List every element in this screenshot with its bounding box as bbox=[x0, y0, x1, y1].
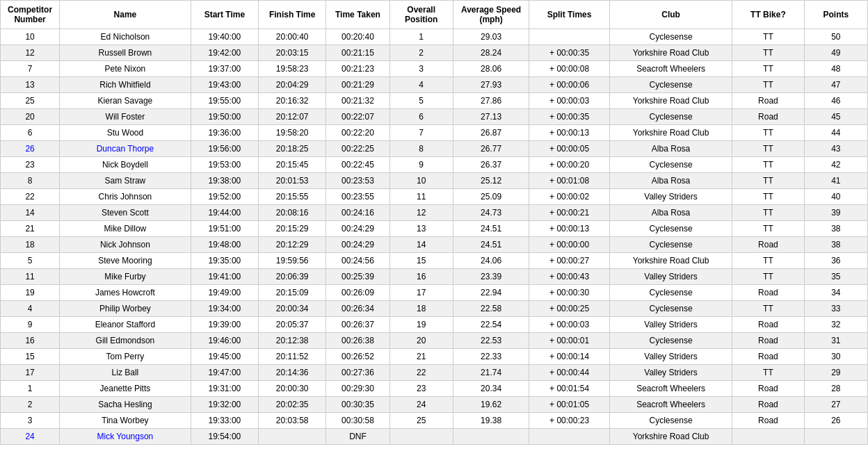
cell-points: 35 bbox=[804, 269, 867, 285]
cell-speed: 26.77 bbox=[453, 141, 529, 157]
cell-club: Yorkshire Road Club bbox=[609, 125, 732, 141]
cell-position: 12 bbox=[389, 205, 453, 221]
cell-finish-time: 20:15:09 bbox=[259, 285, 326, 301]
cell-start-time: 19:53:00 bbox=[191, 157, 258, 173]
cell-competitor-number: 4 bbox=[1, 301, 60, 317]
cell-competitor-number: 10 bbox=[1, 29, 60, 45]
cell-time-taken: DNF bbox=[326, 429, 389, 445]
cell-split: + 00:00:13 bbox=[529, 221, 610, 237]
cell-start-time: 19:51:00 bbox=[191, 221, 258, 237]
cell-tt-bike: Road bbox=[732, 317, 804, 333]
cell-name: Steve Mooring bbox=[60, 253, 191, 269]
cell-competitor-number: 9 bbox=[1, 317, 60, 333]
cell-club: Seacroft Wheelers bbox=[609, 397, 732, 413]
cell-points: 39 bbox=[804, 205, 867, 221]
cell-split bbox=[529, 429, 610, 445]
cell-start-time: 19:41:00 bbox=[191, 269, 258, 285]
cell-time-taken: 00:26:38 bbox=[326, 333, 389, 349]
cell-tt-bike: TT bbox=[732, 45, 804, 61]
cell-time-taken: 00:26:52 bbox=[326, 349, 389, 365]
cell-finish-time: 20:00:30 bbox=[259, 381, 326, 397]
cell-finish-time: 20:02:35 bbox=[259, 397, 326, 413]
cell-tt-bike: Road bbox=[732, 413, 804, 429]
cell-time-taken: 00:26:09 bbox=[326, 285, 389, 301]
cell-points: 27 bbox=[804, 397, 867, 413]
header-start-time: Start Time bbox=[191, 1, 258, 29]
cell-name: Mike Dillow bbox=[60, 221, 191, 237]
cell-split: + 00:00:01 bbox=[529, 333, 610, 349]
cell-split bbox=[529, 29, 610, 45]
cell-competitor-number: 14 bbox=[1, 205, 60, 221]
cell-start-time: 19:55:00 bbox=[191, 93, 258, 109]
cell-club: Yorkshire Road Club bbox=[609, 93, 732, 109]
cell-speed: 19.38 bbox=[453, 413, 529, 429]
cell-split: + 00:00:30 bbox=[529, 285, 610, 301]
cell-split: + 00:00:05 bbox=[529, 141, 610, 157]
header-average-speed: Average Speed (mph) bbox=[453, 1, 529, 29]
header-tt-bike: TT Bike? bbox=[732, 1, 804, 29]
cell-speed: 22.58 bbox=[453, 301, 529, 317]
cell-club: Alba Rosa bbox=[609, 173, 732, 189]
cell-speed: 22.33 bbox=[453, 349, 529, 365]
cell-name: Chris Johnson bbox=[60, 189, 191, 205]
cell-name: Rich Whitfield bbox=[60, 77, 191, 93]
cell-name: Mike Furby bbox=[60, 269, 191, 285]
cell-start-time: 19:46:00 bbox=[191, 333, 258, 349]
table-row: 20Will Foster19:50:0020:12:0700:22:07627… bbox=[1, 109, 868, 125]
cell-tt-bike: TT bbox=[732, 157, 804, 173]
cell-split: + 00:00:35 bbox=[529, 109, 610, 125]
cell-time-taken: 00:30:35 bbox=[326, 397, 389, 413]
cell-time-taken: 00:22:20 bbox=[326, 125, 389, 141]
cell-position: 11 bbox=[389, 189, 453, 205]
cell-speed: 25.09 bbox=[453, 189, 529, 205]
cell-tt-bike: TT bbox=[732, 205, 804, 221]
cell-club: Yorkshire Road Club bbox=[609, 429, 732, 445]
cell-club: Cyclesense bbox=[609, 29, 732, 45]
cell-time-taken: 00:21:32 bbox=[326, 93, 389, 109]
cell-club: Cyclesense bbox=[609, 77, 732, 93]
cell-name: Nick Boydell bbox=[60, 157, 191, 173]
cell-club: Valley Striders bbox=[609, 269, 732, 285]
cell-tt-bike: TT bbox=[732, 365, 804, 381]
cell-competitor-number: 2 bbox=[1, 397, 60, 413]
table-row: 4Philip Worbey19:34:0020:00:3400:26:3418… bbox=[1, 301, 868, 317]
cell-position: 23 bbox=[389, 381, 453, 397]
cell-time-taken: 00:26:34 bbox=[326, 301, 389, 317]
cell-club: Cyclesense bbox=[609, 333, 732, 349]
table-row: 21Mike Dillow19:51:0020:15:2900:24:29132… bbox=[1, 221, 868, 237]
cell-time-taken: 00:21:15 bbox=[326, 45, 389, 61]
cell-split: + 00:00:27 bbox=[529, 253, 610, 269]
table-row: 17Liz Ball19:47:0020:14:3600:27:362221.7… bbox=[1, 365, 868, 381]
cell-club: Cyclesense bbox=[609, 109, 732, 125]
cell-start-time: 19:45:00 bbox=[191, 349, 258, 365]
cell-competitor-number: 3 bbox=[1, 413, 60, 429]
cell-speed: 19.62 bbox=[453, 397, 529, 413]
cell-split: + 00:00:00 bbox=[529, 237, 610, 253]
cell-points: 43 bbox=[804, 141, 867, 157]
cell-club: Alba Rosa bbox=[609, 141, 732, 157]
cell-time-taken: 00:24:16 bbox=[326, 205, 389, 221]
cell-finish-time: 20:15:45 bbox=[259, 157, 326, 173]
cell-position: 6 bbox=[389, 109, 453, 125]
cell-position: 7 bbox=[389, 125, 453, 141]
cell-name: Liz Ball bbox=[60, 365, 191, 381]
header-club: Club bbox=[609, 1, 732, 29]
cell-competitor-number: 6 bbox=[1, 125, 60, 141]
cell-speed: 27.93 bbox=[453, 77, 529, 93]
cell-name: Tom Perry bbox=[60, 349, 191, 365]
cell-speed: 24.73 bbox=[453, 205, 529, 221]
cell-finish-time: 20:04:29 bbox=[259, 77, 326, 93]
cell-points: 49 bbox=[804, 45, 867, 61]
cell-speed: 22.53 bbox=[453, 333, 529, 349]
cell-competitor-number: 23 bbox=[1, 157, 60, 173]
cell-finish-time: 20:05:37 bbox=[259, 317, 326, 333]
cell-points: 50 bbox=[804, 29, 867, 45]
cell-competitor-number: 17 bbox=[1, 365, 60, 381]
cell-start-time: 19:36:00 bbox=[191, 125, 258, 141]
cell-position: 3 bbox=[389, 61, 453, 77]
cell-points: 36 bbox=[804, 253, 867, 269]
cell-name: Mick Youngson bbox=[60, 429, 191, 445]
cell-start-time: 19:39:00 bbox=[191, 317, 258, 333]
cell-finish-time: 20:12:07 bbox=[259, 109, 326, 125]
cell-split: + 00:00:06 bbox=[529, 77, 610, 93]
